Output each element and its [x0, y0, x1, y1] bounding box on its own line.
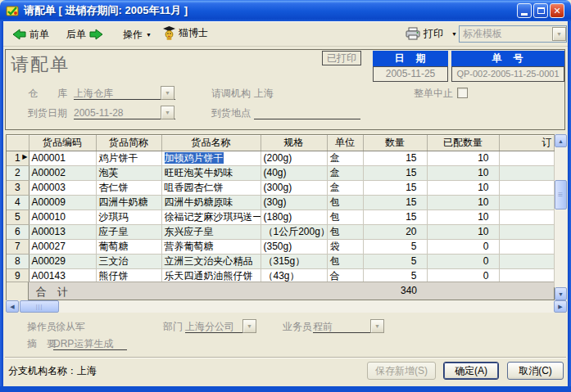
salesman-dropdown-button[interactable]: ▼ — [370, 319, 384, 333]
cell-qty[interactable]: 5 — [363, 239, 427, 254]
vertical-scrollbar[interactable]: ▲ ☰ ▼ — [555, 134, 567, 300]
previous-order-button[interactable]: 前单 — [10, 25, 52, 43]
scroll-up-button[interactable]: ▲ — [555, 134, 567, 147]
cell-short_name[interactable]: 沙琪玛 — [96, 210, 161, 224]
arrival-date-dropdown-button[interactable]: ▼ — [161, 106, 174, 119]
cell-spec[interactable]: (40g) — [261, 165, 327, 180]
warehouse-dropdown-button[interactable]: ▼ — [161, 86, 174, 100]
cell-extra[interactable] — [499, 239, 554, 254]
cell-short_name[interactable]: 葡萄糖 — [96, 239, 161, 254]
cell-spec[interactable]: (300g) — [261, 180, 327, 195]
cell-code[interactable]: A00001 — [29, 151, 96, 165]
next-order-button[interactable]: 后单 — [64, 25, 106, 43]
cell-extra[interactable] — [499, 165, 554, 180]
row-number-cell[interactable]: 1▶ — [7, 151, 29, 165]
operations-menu-button[interactable]: 操作 ▼ — [120, 25, 154, 43]
cell-unit[interactable]: 盒 — [327, 165, 363, 180]
cell-extra[interactable] — [499, 210, 554, 224]
cell-spec[interactable]: (200g) — [261, 151, 327, 165]
print-template-combobox[interactable]: 标准模板 ▼ — [459, 25, 567, 43]
row-number-cell[interactable]: 8 — [7, 254, 29, 268]
cell-qty[interactable]: 15 — [363, 165, 427, 180]
cell-name[interactable]: 营养葡萄糖 — [161, 239, 261, 254]
cell-allocated[interactable]: 10 — [427, 180, 499, 195]
cell-qty[interactable]: 15 — [363, 180, 427, 195]
close-button[interactable]: ✕ — [550, 3, 564, 18]
horizontal-scroll-thumb[interactable]: ||| — [20, 300, 59, 313]
print-dropdown-icon[interactable]: ▼ — [451, 31, 457, 37]
vertical-scroll-thumb[interactable]: ☰ — [555, 180, 567, 210]
cell-unit[interactable]: 包 — [327, 195, 363, 210]
cell-extra[interactable] — [499, 224, 554, 239]
cell-unit[interactable]: 盒 — [327, 180, 363, 195]
cell-qty[interactable]: 5 — [363, 254, 427, 268]
cell-name[interactable]: 东兴应子皇 — [161, 224, 261, 239]
assistant-button[interactable]: 猫博士 — [161, 24, 211, 42]
template-dropdown-button[interactable]: ▼ — [552, 27, 566, 41]
cell-name[interactable]: 咀香园杏仁饼 — [161, 180, 261, 195]
cell-qty[interactable]: 15 — [363, 151, 427, 165]
scroll-left-button[interactable]: ◀ — [6, 300, 19, 313]
cell-extra[interactable] — [499, 254, 554, 268]
cell-unit[interactable]: 包 — [327, 254, 363, 268]
minimize-button[interactable] — [517, 3, 532, 18]
row-number-cell[interactable]: 5 — [7, 210, 29, 224]
cell-code[interactable]: A00029 — [29, 254, 96, 268]
cell-name[interactable]: 加顿鸡片饼干 — [161, 151, 261, 165]
save-new-button[interactable]: 保存新增(S) — [367, 362, 436, 380]
row-number-cell[interactable]: 6 — [7, 224, 29, 239]
cell-spec[interactable]: （1公斤200g） — [261, 224, 327, 239]
cell-spec[interactable]: (180g) — [261, 210, 327, 224]
cell-qty[interactable]: 15 — [363, 195, 427, 210]
cell-extra[interactable] — [499, 151, 554, 165]
cell-short_name[interactable]: 杏仁饼 — [96, 180, 161, 195]
horizontal-scrollbar[interactable]: ◀ ||| ▶ — [6, 300, 567, 313]
cell-allocated[interactable]: 10 — [427, 195, 499, 210]
cell-code[interactable]: A00013 — [29, 224, 96, 239]
cell-unit[interactable]: 包 — [327, 224, 363, 239]
cell-spec[interactable]: (30g) — [261, 195, 327, 210]
cancel-button[interactable]: 取消(C) — [507, 362, 564, 380]
cell-short_name[interactable]: 四洲牛奶糖 — [96, 195, 161, 210]
cell-allocated[interactable]: 10 — [427, 151, 499, 165]
cell-short_name[interactable]: 应子皇 — [96, 224, 161, 239]
cell-name[interactable]: 四洲牛奶糖原味 — [161, 195, 261, 210]
maximize-button[interactable] — [533, 3, 548, 18]
summary-field[interactable]: DRP运算生成 — [53, 337, 127, 350]
cell-code[interactable]: A00009 — [29, 195, 96, 210]
cell-code[interactable]: A00027 — [29, 239, 96, 254]
ok-button[interactable]: 确定(A) — [443, 362, 499, 380]
title-bar[interactable]: 请配单 [ 进销存期间: 2005年11月 ] ✕ — [0, 0, 571, 21]
cell-qty[interactable]: 15 — [363, 210, 427, 224]
cell-allocated[interactable]: 10 — [427, 210, 499, 224]
cell-unit[interactable]: 袋 — [327, 239, 363, 254]
cell-name[interactable]: 徐福记芝麻沙琪玛送一 — [161, 210, 261, 224]
department-dropdown-button[interactable]: ▼ — [242, 319, 256, 333]
cell-extra[interactable] — [499, 195, 554, 210]
cell-spec[interactable]: （315g） — [261, 254, 327, 268]
abort-order-checkbox[interactable] — [457, 88, 468, 98]
row-number-cell[interactable]: 4 — [7, 195, 29, 210]
print-button[interactable]: 打印 ▼ — [403, 25, 460, 43]
cell-spec[interactable]: (350g) — [261, 239, 327, 254]
cell-short_name[interactable]: 泡芙 — [96, 165, 161, 180]
arrival-place-field[interactable] — [254, 106, 360, 119]
cell-name[interactable]: 立洲三文治夹心精品 — [161, 254, 261, 268]
cell-extra[interactable] — [499, 180, 554, 195]
cell-unit[interactable]: 盒 — [327, 151, 363, 165]
scroll-right-button[interactable]: ▶ — [554, 300, 567, 313]
cell-short_name[interactable]: 三文治 — [96, 254, 161, 268]
cell-code[interactable]: A00010 — [29, 210, 96, 224]
cell-allocated[interactable]: 0 — [427, 254, 499, 268]
cell-name[interactable]: 旺旺泡芙牛奶味 — [161, 165, 261, 180]
cell-allocated[interactable]: 0 — [427, 239, 499, 254]
row-number-cell[interactable]: 3 — [7, 180, 29, 195]
cell-allocated[interactable]: 10 — [427, 165, 499, 180]
cell-allocated[interactable]: 10 — [427, 224, 499, 239]
cell-qty[interactable]: 20 — [363, 224, 427, 239]
cell-unit[interactable]: 包 — [327, 210, 363, 224]
cell-code[interactable]: A00002 — [29, 165, 96, 180]
row-number-cell[interactable]: 2 — [7, 165, 29, 180]
cell-short_name[interactable]: 鸡片饼干 — [96, 151, 161, 165]
cell-code[interactable]: A00003 — [29, 180, 96, 195]
